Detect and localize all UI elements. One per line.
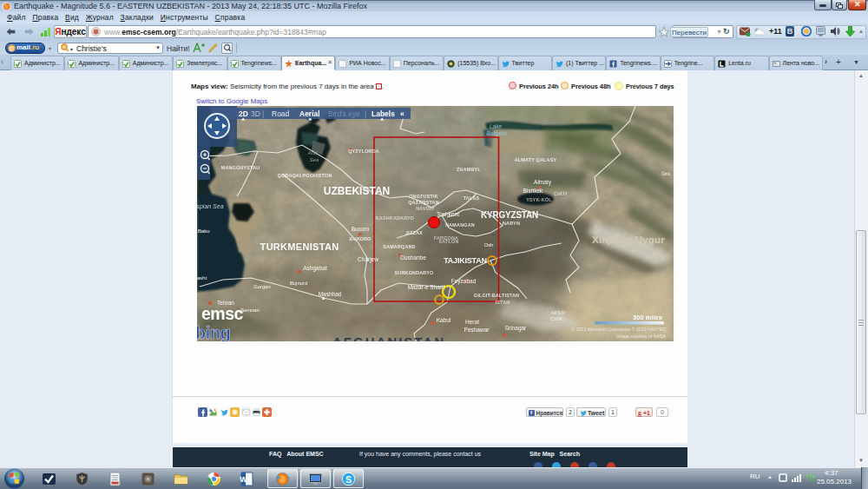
svg-text:NARYN: NARYN xyxy=(503,221,520,226)
svg-text:GILGIT-BALTISTAN: GILGIT-BALTISTAN xyxy=(474,293,519,298)
svg-text:TURKMENISTAN: TURKMENISTAN xyxy=(260,241,339,252)
svg-text:spian Sea: spian Sea xyxy=(197,203,224,210)
svg-text:Gorgan: Gorgan xyxy=(253,284,270,289)
svg-text:Toshkent: Toshkent xyxy=(437,211,459,217)
svg-text:XATLON: XATLON xyxy=(439,239,459,244)
svg-text:3D: 3D xyxy=(251,109,260,118)
svg-text:QORAQALPOGHISTON: QORAQALPOGHISTON xyxy=(278,173,332,178)
svg-text:Labels: Labels xyxy=(372,109,395,118)
svg-text:Semnan: Semnan xyxy=(240,307,260,313)
svg-text:SAMARQAND: SAMARQAND xyxy=(383,244,415,249)
svg-text:KYRGYZSTAN: KYRGYZSTAN xyxy=(481,210,538,220)
svg-text:W: W xyxy=(240,475,247,484)
svg-text:Chärjew: Chärjew xyxy=(358,256,378,263)
svg-text:NAVOIY: NAVOIY xyxy=(416,206,435,211)
svg-text:ISTAN: ISTAN xyxy=(496,300,510,305)
svg-text:Road: Road xyxy=(272,109,290,118)
svg-text:CHÜY: CHÜY xyxy=(554,191,568,196)
svg-text:«: « xyxy=(400,109,404,118)
svg-text:Baku: Baku xyxy=(198,228,210,234)
svg-text:Aral: Aral xyxy=(307,150,318,155)
svg-text:@: @ xyxy=(9,44,14,50)
svg-text:Srinagar: Srinagar xyxy=(505,325,527,332)
svg-text:Almaty: Almaty xyxy=(534,179,552,186)
svg-text:UZBEKISTAN: UZBEKISTAN xyxy=(324,185,390,197)
svg-text:NAMANGAN: NAMANGAN xyxy=(445,222,475,228)
svg-text:QAZAQSTAN: QAZAQSTAN xyxy=(408,200,439,205)
svg-text:Mashhad: Mashhad xyxy=(319,291,342,297)
svg-text:AFGHANISTAN: AFGHANISTAN xyxy=(332,334,445,341)
svg-text:|: | xyxy=(262,109,264,118)
svg-text:bing: bing xyxy=(197,323,230,341)
svg-text:Bird's eye: Bird's eye xyxy=(328,109,360,118)
svg-text:300 miles: 300 miles xyxy=(633,314,662,321)
svg-text:TAJIKISTAN: TAJIKISTAN xyxy=(444,256,487,265)
svg-text:Dushanbe: Dushanbe xyxy=(400,254,426,261)
svg-text:© 2013 Microsoft Corporation: © 2013 Microsoft Corporation © 2013 NAVT… xyxy=(572,327,666,332)
svg-text:QYZYLORDA: QYZYLORDA xyxy=(348,149,379,154)
svg-text:emsc: emsc xyxy=(201,304,244,323)
svg-text:KASHKADARYO: KASHKADARYO xyxy=(376,215,415,221)
svg-text:BUXORO: BUXORO xyxy=(350,236,372,241)
svg-text:Buxoro: Buxoro xyxy=(352,226,370,232)
svg-text:ALMATY QALASY: ALMATY QALASY xyxy=(515,157,557,162)
svg-text:MANGGHYSTAU: MANGGHYSTAU xyxy=(221,165,260,170)
svg-text:Bishkek: Bishkek xyxy=(523,188,544,194)
svg-text:Mazar-e Sharif: Mazar-e Sharif xyxy=(408,284,445,290)
svg-text:Feyzabad: Feyzabad xyxy=(451,278,477,285)
svg-text:Xinjiang Uygur: Xinjiang Uygur xyxy=(592,235,665,245)
svg-text:Image courtesy of NASA: Image courtesy of NASA xyxy=(616,334,666,339)
svg-text:Ashgabat: Ashgabat xyxy=(303,265,327,272)
svg-text:Sea: Sea xyxy=(310,157,319,162)
svg-text:SURKONDARYO: SURKONDARYO xyxy=(395,270,434,275)
svg-text:Ürü: Ürü xyxy=(661,171,670,176)
svg-text:ONGTUSTIK: ONGTUSTIK xyxy=(409,194,438,199)
svg-text:CHIN: CHIN xyxy=(550,316,562,321)
svg-text:AKSAI: AKSAI xyxy=(551,310,566,315)
svg-text:2D: 2D xyxy=(239,109,248,118)
svg-text:asht: asht xyxy=(197,275,207,281)
svg-text:S: S xyxy=(345,474,352,485)
svg-text:Herat: Herat xyxy=(465,319,479,325)
svg-text:Aerial: Aerial xyxy=(299,109,320,118)
svg-text:Peshawar: Peshawar xyxy=(464,327,490,333)
svg-text:Balqash: Balqash xyxy=(486,130,507,137)
svg-text:Bojnurd: Bojnurd xyxy=(290,281,307,286)
svg-text:Lake: Lake xyxy=(490,123,502,129)
svg-text:ZHAMBYL: ZHAMBYL xyxy=(457,167,481,172)
svg-text:|: | xyxy=(365,109,366,118)
svg-text:TALAS: TALAS xyxy=(464,195,480,201)
svg-text:Osh: Osh xyxy=(484,242,494,248)
svg-text:YSYK-KÖL: YSYK-KÖL xyxy=(526,197,552,202)
svg-text:JIZZAX: JIZZAX xyxy=(405,230,423,235)
svg-text:Kabul: Kabul xyxy=(437,317,451,323)
